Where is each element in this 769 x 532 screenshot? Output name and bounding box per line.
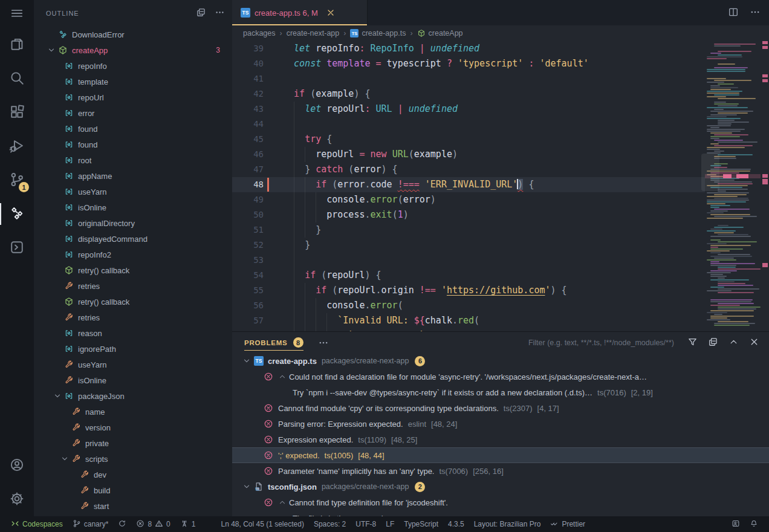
- outline-item[interactable]: dev: [34, 467, 232, 482]
- code-editor[interactable]: 39 let repoInfo: RepoInfo | undefined40 …: [232, 41, 769, 331]
- status-ports[interactable]: 1: [175, 516, 201, 532]
- status-git-branch[interactable]: canary*: [68, 516, 114, 532]
- chevron-down-icon[interactable]: [242, 482, 251, 491]
- breadcrumb-item[interactable]: packages: [243, 29, 276, 37]
- token: typescript: [387, 58, 441, 69]
- breadcrumb-item[interactable]: create-next-app: [287, 29, 340, 37]
- activity-item-settings[interactable]: [0, 482, 34, 516]
- breadcrumb-item[interactable]: TScreate-app.ts: [350, 29, 406, 37]
- activity-item-outline-view[interactable]: [0, 197, 34, 231]
- outline-item[interactable]: isOnline: [34, 372, 232, 388]
- outline-item[interactable]: isOnline: [34, 199, 232, 215]
- problem-row[interactable]: ';' expected.ts(1005)[48, 44]: [232, 447, 769, 463]
- outline-item[interactable]: originalDirectory: [34, 215, 232, 231]
- status-language-mode[interactable]: TypeScript: [399, 516, 443, 532]
- problem-row[interactable]: Parsing error: Expression expected.eslin…: [232, 416, 769, 432]
- problem-row[interactable]: Could not find a declaration file for mo…: [232, 369, 769, 384]
- outline-item[interactable]: retries: [34, 278, 232, 294]
- outline-item[interactable]: repoInfo2: [34, 247, 232, 262]
- outline-item[interactable]: useYarn: [34, 184, 232, 199]
- minimap-slider[interactable]: [701, 154, 719, 191]
- close-tab-icon[interactable]: [326, 8, 336, 18]
- ruler-error-mark: [762, 46, 768, 49]
- panel-more-icon[interactable]: [318, 337, 329, 348]
- outline-item[interactable]: packageJson: [34, 388, 232, 404]
- filter-icon[interactable]: [687, 337, 698, 349]
- outline-item[interactable]: found: [34, 121, 232, 137]
- activity-item-remote-explorer[interactable]: [0, 231, 34, 265]
- outline-item[interactable]: build: [34, 482, 232, 498]
- close-panel-icon[interactable]: [749, 337, 759, 349]
- outline-item[interactable]: start: [34, 498, 232, 514]
- chevron-up-icon[interactable]: [278, 498, 287, 507]
- chevron-down-icon[interactable]: [60, 454, 70, 464]
- chevron-down-icon[interactable]: [242, 356, 251, 366]
- outline-item[interactable]: scripts: [34, 451, 232, 467]
- outline-item[interactable]: error: [34, 105, 232, 121]
- problem-detail-row[interactable]: Try `npm i --save-dev @types/async-retry…: [232, 384, 769, 400]
- outline-item[interactable]: retry() callback: [34, 294, 232, 310]
- token: example: [316, 88, 354, 99]
- problems-file-group[interactable]: TScreate-app.tspackages/create-next-app6: [232, 353, 769, 369]
- collapse-all-icon[interactable]: [196, 7, 206, 19]
- minimap[interactable]: [705, 41, 761, 331]
- outline-item[interactable]: appName: [34, 168, 232, 184]
- problem-row[interactable]: Cannot find type definition file for 'js…: [232, 495, 769, 510]
- activity-item-menu[interactable]: [0, 0, 34, 28]
- split-editor-icon[interactable]: [728, 7, 739, 19]
- maximize-panel-icon[interactable]: [728, 337, 739, 349]
- activity-item-search[interactable]: [0, 62, 34, 96]
- status-indentation[interactable]: Spaces: 2: [309, 516, 351, 532]
- outline-item[interactable]: displayedCommand: [34, 231, 232, 247]
- chevron-up-icon[interactable]: [278, 372, 287, 381]
- problem-detail-row[interactable]: The file is in the program because…: [232, 510, 769, 516]
- tab-problems[interactable]: PROBLEMS 8: [244, 332, 303, 353]
- status-eol[interactable]: LF: [381, 516, 399, 532]
- outline-item[interactable]: retry() callback: [34, 262, 232, 278]
- problem-row[interactable]: Expression expected.ts(1109)[48, 25]: [232, 432, 769, 447]
- outline-item[interactable]: found: [34, 137, 232, 152]
- outline-item[interactable]: useYarn: [34, 357, 232, 372]
- activity-item-accounts[interactable]: [0, 449, 34, 482]
- outline-item[interactable]: version: [34, 420, 232, 435]
- status-cursor-position[interactable]: Ln 48, Col 45 (1 selected): [216, 516, 308, 532]
- outline-item[interactable]: reason: [34, 325, 232, 341]
- chevron-down-icon[interactable]: [53, 391, 62, 401]
- collapse-all-icon[interactable]: [708, 337, 718, 349]
- status-problems-summary[interactable]: 80: [131, 516, 175, 532]
- outline-item[interactable]: repoInfo: [34, 58, 232, 74]
- activity-item-run-and-debug[interactable]: [0, 129, 34, 163]
- outline-item[interactable]: ignorePath: [34, 341, 232, 357]
- problems-filter-input[interactable]: [494, 338, 675, 348]
- problem-row[interactable]: Cannot find module 'cpy' or its correspo…: [232, 400, 769, 416]
- symbol-wrench-icon: [64, 281, 74, 291]
- problems-file-group[interactable]: TStsconfig.jsonpackages/create-next-app2: [232, 479, 769, 495]
- status-feedback[interactable]: [727, 519, 745, 530]
- activity-item-extensions[interactable]: [0, 96, 34, 129]
- minimap-line: [710, 261, 719, 262]
- status-codespaces[interactable]: Codespaces: [6, 516, 68, 532]
- more-actions-icon[interactable]: [215, 7, 225, 19]
- outline-item[interactable]: createApp3: [34, 42, 232, 58]
- breadcrumb-item[interactable]: createApp: [417, 29, 463, 37]
- status-layout[interactable]: Layout: Brazilian Pro: [469, 516, 546, 532]
- outline-item[interactable]: root: [34, 152, 232, 168]
- token: }: [305, 164, 316, 175]
- status-prettier[interactable]: Prettier: [545, 516, 590, 532]
- problem-row[interactable]: Parameter 'name' implicitly has an 'any'…: [232, 463, 769, 479]
- outline-item[interactable]: template: [34, 74, 232, 89]
- status-sync[interactable]: [113, 516, 131, 532]
- tab-create-app[interactable]: TS create-app.ts 6, M: [232, 0, 368, 25]
- outline-item[interactable]: repoUrl: [34, 89, 232, 105]
- outline-item[interactable]: retries: [34, 310, 232, 325]
- outline-item[interactable]: name: [34, 404, 232, 420]
- status-ts-version[interactable]: 4.3.5: [443, 516, 469, 532]
- activity-item-source-control[interactable]: 1: [0, 163, 34, 197]
- outline-item[interactable]: private: [34, 435, 232, 451]
- chevron-down-icon[interactable]: [47, 45, 56, 55]
- activity-item-explorer[interactable]: [0, 28, 34, 62]
- editor-more-icon[interactable]: [750, 7, 761, 19]
- status-notifications[interactable]: [745, 519, 763, 530]
- status-encoding[interactable]: UTF-8: [351, 516, 381, 532]
- outline-item[interactable]: DownloadError: [34, 27, 232, 42]
